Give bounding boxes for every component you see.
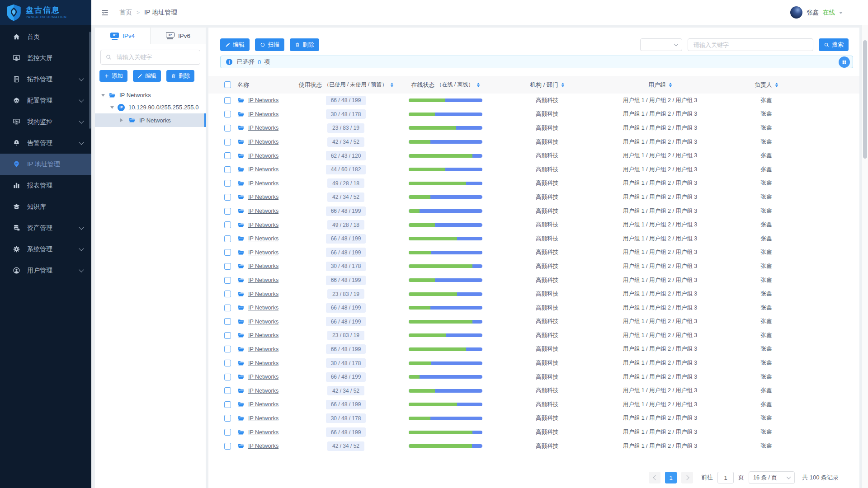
row-checkbox[interactable] [224, 235, 231, 242]
network-link[interactable]: IP Networks [248, 443, 278, 449]
network-link[interactable]: IP Networks [248, 235, 278, 242]
sidebar-item[interactable]: 报表管理 [0, 175, 91, 196]
tab-ipv6[interactable]: IP IPv6 [150, 28, 206, 44]
goto-page-input[interactable] [717, 472, 734, 483]
tab-ipv4[interactable]: IP IPv4 [95, 28, 150, 44]
tree-node[interactable]: IP10.129.90.0/255.255.255.0 [95, 101, 206, 113]
network-link[interactable]: IP Networks [248, 305, 278, 311]
sort-online-icon[interactable] [477, 81, 480, 89]
network-link[interactable]: IP Networks [248, 415, 278, 422]
sidebar-item[interactable]: 首页 [0, 26, 91, 47]
scan-button[interactable]: 扫描 [255, 38, 284, 51]
network-link[interactable]: IP Networks [248, 388, 278, 394]
sort-usage-icon[interactable] [391, 81, 393, 89]
row-checkbox[interactable] [224, 443, 231, 450]
row-checkbox[interactable] [224, 249, 231, 256]
row-checkbox[interactable] [224, 194, 231, 201]
row-checkbox[interactable] [224, 152, 231, 159]
row-checkbox[interactable] [224, 97, 231, 104]
network-link[interactable]: IP Networks [248, 429, 278, 436]
network-link[interactable]: IP Networks [248, 97, 278, 103]
network-link[interactable]: IP Networks [248, 401, 278, 408]
tree-node[interactable]: IP Networks [95, 89, 206, 101]
user-menu[interactable]: 张鑫 在线 [790, 6, 843, 19]
network-link[interactable]: IP Networks [248, 180, 278, 187]
network-link[interactable]: IP Networks [248, 249, 278, 256]
row-checkbox[interactable] [224, 125, 231, 131]
network-link[interactable]: IP Networks [248, 263, 278, 269]
row-checkbox[interactable] [224, 166, 231, 173]
delete-button[interactable]: 删除 [290, 38, 319, 51]
network-link[interactable]: IP Networks [248, 153, 278, 159]
sidebar-item[interactable]: 告警管理 [0, 132, 91, 154]
tree-search-input[interactable] [116, 53, 195, 61]
row-checkbox[interactable] [224, 415, 231, 422]
row-checkbox[interactable] [224, 111, 231, 117]
tree-node[interactable]: IP Networks [95, 113, 206, 127]
sidebar-item[interactable]: 用户管理 [0, 260, 91, 281]
row-checkbox[interactable] [224, 360, 231, 366]
sidebar-item[interactable]: 监控大屏 [0, 47, 91, 69]
sidebar-item[interactable]: 系统管理 [0, 239, 91, 260]
row-checkbox[interactable] [224, 221, 231, 228]
row-checkbox[interactable] [224, 263, 231, 270]
row-checkbox[interactable] [224, 139, 231, 145]
chevron-down-icon[interactable] [839, 12, 843, 16]
sidebar-item[interactable]: 我的监控 [0, 111, 91, 132]
caret-down-icon[interactable] [101, 94, 105, 99]
sort-owner-icon[interactable] [775, 81, 778, 89]
row-checkbox[interactable] [224, 401, 231, 408]
row-checkbox[interactable] [224, 318, 231, 325]
next-page-button[interactable] [681, 472, 693, 483]
row-checkbox[interactable] [224, 305, 231, 311]
row-checkbox[interactable] [224, 346, 231, 352]
page-scrollbar-thumb[interactable] [863, 40, 867, 159]
network-link[interactable]: IP Networks [248, 222, 278, 228]
search-button[interactable]: 搜索 [819, 38, 849, 51]
column-settings-button[interactable] [839, 56, 850, 68]
network-link[interactable]: IP Networks [248, 166, 278, 173]
prev-page-button[interactable] [649, 472, 660, 483]
sidebar-scrollbar[interactable] [89, 32, 91, 129]
sidebar-item[interactable]: 拓扑管理 [0, 69, 91, 90]
delete-button[interactable]: 删除 [166, 70, 194, 82]
network-link[interactable]: IP Networks [248, 125, 278, 131]
row-checkbox[interactable] [224, 180, 231, 187]
edit-button[interactable]: 编辑 [133, 70, 161, 82]
row-checkbox[interactable] [224, 429, 231, 436]
avatar[interactable] [790, 6, 802, 19]
select-all-checkbox[interactable] [224, 81, 231, 88]
network-link[interactable]: IP Networks [248, 111, 278, 117]
row-checkbox[interactable] [224, 374, 231, 380]
network-link[interactable]: IP Networks [248, 360, 278, 366]
sidebar-item[interactable]: 知识库 [0, 196, 91, 217]
sidebar-item[interactable]: 资产管理 [0, 217, 91, 239]
current-page-button[interactable]: 1 [665, 472, 677, 483]
network-link[interactable]: IP Networks [248, 319, 278, 325]
menu-fold-icon[interactable] [100, 8, 109, 17]
network-link[interactable]: IP Networks [248, 277, 278, 283]
edit-button[interactable]: 编辑 [220, 38, 250, 51]
row-checkbox[interactable] [224, 332, 231, 339]
row-checkbox[interactable] [224, 387, 231, 394]
add-button[interactable]: 添加 [99, 70, 127, 82]
network-link[interactable]: IP Networks [248, 139, 278, 145]
breadcrumb-home[interactable]: 首页 [119, 9, 132, 17]
sidebar-item[interactable]: 配置管理 [0, 90, 91, 111]
network-link[interactable]: IP Networks [248, 332, 278, 338]
sort-org-icon[interactable] [561, 81, 564, 89]
page-size-select[interactable]: 16 条 / 页 [749, 471, 795, 484]
row-checkbox[interactable] [224, 277, 231, 284]
page-scrollbar[interactable] [862, 25, 868, 488]
network-link[interactable]: IP Networks [248, 374, 278, 380]
network-link[interactable]: IP Networks [248, 194, 278, 200]
filter-select[interactable] [640, 38, 682, 51]
row-checkbox[interactable] [224, 291, 231, 297]
sidebar-item[interactable]: IPIP 地址管理 [0, 154, 91, 175]
network-link[interactable]: IP Networks [248, 208, 278, 214]
network-link[interactable]: IP Networks [248, 346, 278, 352]
network-link[interactable]: IP Networks [248, 291, 278, 297]
caret-down-icon[interactable] [110, 106, 114, 111]
row-checkbox[interactable] [224, 208, 231, 215]
sort-groups-icon[interactable] [669, 81, 672, 89]
